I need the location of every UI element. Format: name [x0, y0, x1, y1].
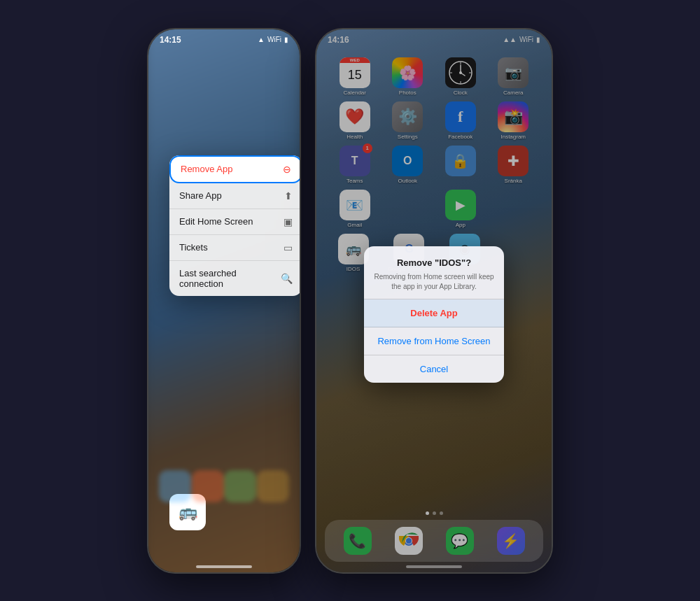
- phone-1-status-icons: ▲ WiFi ▮: [258, 36, 288, 43]
- idos-icon: 🚌: [178, 503, 197, 521]
- remove-icon: ⊖: [283, 164, 291, 175]
- alert-overlay: Remove "IDOS"? Removing from Home screen…: [316, 29, 552, 572]
- menu-item-edit-home[interactable]: Edit Home Screen ▣: [169, 209, 300, 235]
- alert-content: Remove "IDOS"? Removing from Home screen…: [364, 246, 504, 299]
- last-searched-label: Last searched connection: [179, 268, 281, 289]
- remove-app-label: Remove App: [181, 164, 232, 174]
- blurred-apps: [148, 470, 300, 502]
- phone-1: 14:15 ▲ WiFi ▮ Remove App ⊖ Share App ⬆ …: [147, 28, 301, 574]
- phone-1-status-bar: 14:15 ▲ WiFi ▮: [148, 29, 300, 50]
- signal-icon: ▲: [258, 36, 265, 43]
- cancel-button[interactable]: Cancel: [364, 355, 504, 383]
- remove-idos-alert: Remove "IDOS"? Removing from Home screen…: [364, 246, 504, 383]
- menu-item-last-searched[interactable]: Last searched connection 🔍: [169, 261, 300, 296]
- menu-item-tickets[interactable]: Tickets ▭: [169, 235, 300, 261]
- delete-app-button[interactable]: Delete App: [364, 299, 504, 327]
- home-indicator[interactable]: [196, 565, 252, 568]
- search-history-icon: 🔍: [281, 273, 293, 284]
- wifi-icon: WiFi: [267, 36, 281, 43]
- share-app-label: Share App: [179, 190, 222, 201]
- context-menu: Remove App ⊖ Share App ⬆ Edit Home Scree…: [169, 155, 300, 296]
- share-icon: ⬆: [284, 190, 293, 201]
- menu-item-share-app[interactable]: Share App ⬆: [169, 183, 300, 209]
- phone-2-screen: 14:16 ▲▲ WiFi ▮ WED 15 Calendar: [316, 29, 552, 572]
- phone-1-time: 14:15: [160, 35, 181, 45]
- menu-item-remove-app[interactable]: Remove App ⊖: [169, 155, 300, 183]
- battery-icon: ▮: [284, 36, 288, 43]
- alert-message: Removing from Home screen will keep the …: [372, 272, 496, 292]
- edit-icon: ▣: [284, 216, 293, 227]
- phone-1-screen: 14:15 ▲ WiFi ▮ Remove App ⊖ Share App ⬆ …: [148, 29, 300, 572]
- alert-title: Remove "IDOS"?: [372, 257, 496, 268]
- remove-from-home-button[interactable]: Remove from Home Screen: [364, 327, 504, 355]
- phone-2: 14:16 ▲▲ WiFi ▮ WED 15 Calendar: [315, 28, 553, 574]
- tickets-icon: ▭: [284, 242, 293, 253]
- edit-home-label: Edit Home Screen: [179, 216, 253, 227]
- tickets-label: Tickets: [179, 242, 208, 253]
